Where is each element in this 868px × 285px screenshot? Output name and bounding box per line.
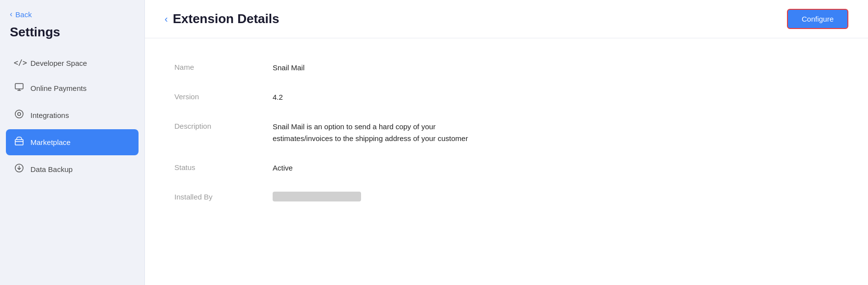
monitor-icon [14, 82, 25, 94]
page-title: Extension Details [173, 11, 280, 27]
sidebar-item-online-payments[interactable]: Online Payments [6, 75, 139, 101]
value-version: 4.2 [273, 91, 283, 103]
label-description: Description [174, 121, 273, 130]
svg-point-4 [18, 113, 21, 115]
back-button[interactable]: ‹ Back [0, 10, 144, 25]
detail-row-description: Description Snail Mail is an option to s… [174, 112, 839, 153]
svg-rect-5 [15, 140, 23, 145]
value-status: Active [273, 162, 293, 174]
sidebar-item-data-backup[interactable]: Data Backup [6, 156, 139, 182]
sidebar-item-label: Data Backup [30, 165, 73, 173]
marketplace-icon [14, 136, 25, 148]
sidebar-item-label: Integrations [30, 111, 69, 119]
sidebar-title: Settings [0, 25, 144, 52]
sidebar-item-label: Marketplace [30, 138, 71, 146]
data-backup-icon [14, 163, 25, 175]
integrations-icon [14, 109, 25, 121]
sidebar-item-label: Online Payments [30, 84, 86, 92]
sidebar-item-marketplace[interactable]: Marketplace [6, 129, 139, 155]
back-label: Back [15, 10, 31, 19]
value-description: Snail Mail is an option to send a hard c… [273, 121, 468, 144]
label-status: Status [174, 162, 273, 171]
detail-row-name: Name Snail Mail [174, 53, 839, 83]
back-chevron-icon: ‹ [10, 10, 12, 19]
configure-button[interactable]: Configure [787, 9, 848, 29]
sidebar-nav: </> Developer Space Online Payments Inte… [0, 52, 144, 182]
header-back-chevron-icon[interactable]: ‹ [165, 13, 168, 25]
sidebar-item-integrations[interactable]: Integrations [6, 102, 139, 128]
label-installed-by: Installed By [174, 192, 273, 201]
svg-rect-0 [15, 84, 23, 89]
label-name: Name [174, 62, 273, 71]
code-icon: </> [14, 58, 25, 67]
sidebar-item-label: Developer Space [30, 59, 87, 67]
main-header: ‹ Extension Details Configure [145, 0, 868, 38]
detail-row-version: Version 4.2 [174, 83, 839, 112]
value-installed-by [273, 192, 361, 201]
svg-point-3 [15, 110, 23, 118]
value-name: Snail Mail [273, 62, 305, 74]
detail-content: Name Snail Mail Version 4.2 Description … [145, 38, 868, 285]
detail-row-status: Status Active [174, 153, 839, 183]
detail-row-installed-by: Installed By [174, 183, 839, 210]
sidebar-item-developer-space[interactable]: </> Developer Space [6, 52, 139, 74]
header-left: ‹ Extension Details [165, 11, 279, 27]
main-content: ‹ Extension Details Configure Name Snail… [145, 0, 868, 285]
sidebar: ‹ Back Settings </> Developer Space Onli… [0, 0, 145, 285]
label-version: Version [174, 91, 273, 101]
